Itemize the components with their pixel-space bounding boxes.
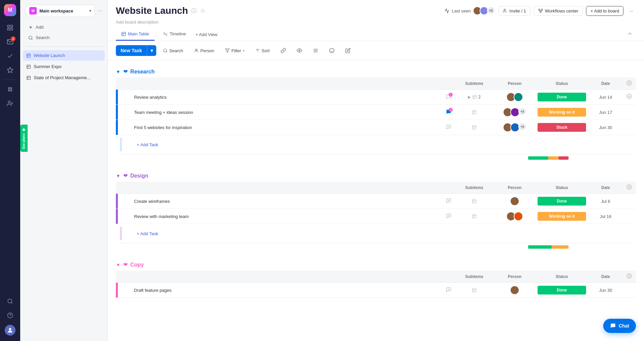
- favorites-icon[interactable]: [4, 64, 16, 76]
- home-icon[interactable]: [4, 22, 16, 34]
- board-more-icon[interactable]: ···: [627, 6, 636, 16]
- search-icon[interactable]: [4, 295, 16, 307]
- avatar-plus-badge: +1: [487, 6, 495, 14]
- add-col-cell-d2[interactable]: [622, 209, 636, 224]
- sort-button[interactable]: Sort: [251, 46, 274, 56]
- pencil-icon-button[interactable]: [341, 45, 355, 56]
- col-add-d[interactable]: [622, 182, 636, 194]
- add-col-cell-3[interactable]: [622, 120, 636, 135]
- add-col-cell-2[interactable]: [622, 105, 636, 120]
- col-subitems-d[interactable]: Subitems: [454, 182, 494, 194]
- col-add[interactable]: [622, 78, 636, 90]
- filter-button[interactable]: Filter ▾: [221, 46, 249, 56]
- col-date-d[interactable]: Date: [589, 182, 622, 194]
- subitems-cell-draft-pages[interactable]: [454, 288, 494, 292]
- col-person-c[interactable]: Person: [494, 271, 535, 283]
- sidebar-item-state-project[interactable]: State of Project Manageme...: [23, 72, 105, 83]
- status-cell-wireframes[interactable]: Done: [535, 197, 589, 206]
- tab-timeline[interactable]: Timeline: [158, 28, 192, 41]
- col-subitems-c[interactable]: Subitems: [454, 271, 494, 283]
- col-status[interactable]: Status: [535, 78, 589, 90]
- status-cell-review-analytics[interactable]: Done: [535, 93, 589, 101]
- sidebar-more-icon[interactable]: ···: [98, 8, 102, 14]
- invite-team-icon[interactable]: [4, 97, 16, 110]
- col-date-c[interactable]: Date: [589, 271, 622, 283]
- group-research-icon: ❤: [123, 68, 128, 75]
- date-cell-team-meeting: Jun 17: [589, 105, 622, 120]
- status-cell-find-websites[interactable]: Stuck: [535, 123, 589, 132]
- group-design-collapse-icon[interactable]: ▼: [116, 173, 121, 179]
- col-subitems[interactable]: Subitems: [454, 78, 494, 90]
- person-avatars-review-analytics: [506, 92, 523, 102]
- search-toolbar-button[interactable]: Search: [159, 46, 187, 56]
- status-cell-team-meeting[interactable]: Working on it: [535, 108, 589, 117]
- board-info-icon[interactable]: ⓘ: [191, 7, 197, 14]
- task-comment-icon[interactable]: 1: [446, 94, 451, 100]
- board-description[interactable]: Add board description: [116, 20, 636, 25]
- chat-button[interactable]: Chat: [603, 319, 636, 333]
- collapse-button[interactable]: [624, 29, 636, 40]
- add-task-row-design[interactable]: + Add Task: [116, 224, 636, 243]
- last-seen-section: Last seen +1: [444, 6, 495, 15]
- col-add-c[interactable]: [622, 271, 636, 283]
- user-avatar[interactable]: [5, 325, 15, 336]
- invite-button[interactable]: Invite / 1: [498, 6, 530, 16]
- sidebar-item-website-launch[interactable]: Website Launch: [23, 50, 105, 61]
- subitems-cell-find-websites[interactable]: [454, 125, 494, 130]
- invite-label: Invite / 1: [510, 8, 526, 13]
- task-add-comment-icon-d2[interactable]: [446, 213, 451, 220]
- workspace-chevron-icon: ▾: [89, 8, 91, 13]
- col-status-d[interactable]: Status: [535, 182, 589, 194]
- task-add-comment-icon-d1[interactable]: [446, 198, 451, 205]
- avatar-stack: +1: [473, 6, 495, 15]
- see-plans-tab[interactable]: See plans ✚: [20, 125, 28, 152]
- col-date[interactable]: Date: [589, 78, 622, 90]
- sidebar-item-summer-expo[interactable]: Summer Expo: [23, 61, 105, 72]
- person-filter-button[interactable]: Person: [190, 46, 218, 56]
- new-task-label: New Task: [116, 45, 147, 56]
- add-button[interactable]: Add: [26, 22, 102, 32]
- col-person-d[interactable]: Person: [494, 182, 535, 194]
- subitems-cell-review-analytics[interactable]: ▶ 2: [454, 95, 494, 99]
- add-task-label-research: + Add Task: [137, 142, 158, 147]
- tab-main-table[interactable]: Main Table: [116, 28, 155, 41]
- new-task-button[interactable]: New Task ▾: [116, 45, 156, 56]
- add-to-board-button[interactable]: + Add to board: [586, 6, 623, 16]
- add-col-cell-c1[interactable]: [622, 283, 636, 298]
- apps-icon[interactable]: [4, 83, 16, 95]
- columns-icon-button[interactable]: [309, 45, 322, 56]
- col-person[interactable]: Person: [494, 78, 535, 90]
- app-logo[interactable]: M: [4, 4, 16, 16]
- task-comment-icon-2[interactable]: 2: [446, 109, 451, 116]
- col-status-c[interactable]: Status: [535, 271, 589, 283]
- link-icon-button[interactable]: [277, 45, 290, 56]
- board-star-icon[interactable]: ☆: [200, 7, 205, 14]
- group-copy: ▼ ❤ Copy Subitems Person Status Date: [116, 259, 636, 298]
- my-work-icon[interactable]: [4, 50, 16, 62]
- add-col-cell[interactable]: [622, 90, 636, 105]
- palette-icon-button[interactable]: [325, 45, 339, 56]
- status-cell-draft-pages[interactable]: Done: [535, 286, 589, 294]
- task-row-team-meeting: Team meeting + ideas session 2: [116, 105, 636, 120]
- search-sidebar-label: Search: [36, 35, 50, 40]
- group-copy-collapse-icon[interactable]: ▼: [116, 262, 121, 268]
- subitems-cell-marketing[interactable]: [454, 214, 494, 219]
- subitems-cell-team-meeting[interactable]: [454, 110, 494, 115]
- status-cell-marketing[interactable]: Working on it: [535, 212, 589, 221]
- eye-icon-button[interactable]: [293, 45, 306, 56]
- subitems-cell-wireframes[interactable]: [454, 199, 494, 204]
- svg-marker-48: [225, 49, 229, 53]
- search-sidebar-button[interactable]: Search: [26, 33, 102, 42]
- add-task-row-research[interactable]: + Add Task: [116, 135, 636, 154]
- group-research-collapse-icon[interactable]: ▼: [116, 69, 121, 74]
- task-add-comment-icon[interactable]: [446, 124, 451, 131]
- workflows-button[interactable]: Workflows center: [534, 6, 583, 16]
- inbox-icon[interactable]: 1: [4, 36, 16, 48]
- new-task-arrow-icon[interactable]: ▾: [147, 45, 156, 56]
- search-toolbar-label: Search: [169, 48, 183, 53]
- add-view-button[interactable]: + Add View: [191, 29, 221, 40]
- task-add-comment-icon-c1[interactable]: [446, 287, 451, 293]
- workspace-selector[interactable]: M Main workspace ▾: [26, 5, 95, 17]
- add-col-cell-d1[interactable]: [622, 194, 636, 209]
- help-icon[interactable]: [4, 309, 16, 321]
